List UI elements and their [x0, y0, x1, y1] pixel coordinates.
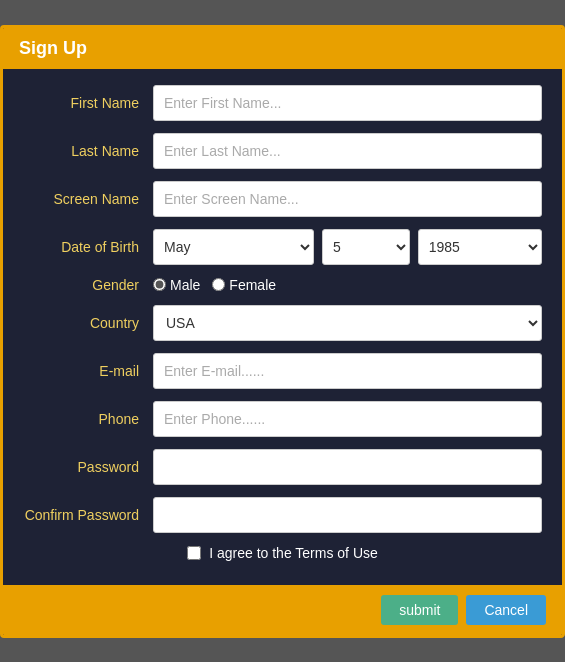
dob-row: Date of Birth JanuaryFebruaryMarchApril … [23, 229, 542, 265]
email-row: E-mail [23, 353, 542, 389]
gender-row: Gender Male Female [23, 277, 542, 293]
modal-footer: submit Cancel [3, 585, 562, 635]
password-row: Password [23, 449, 542, 485]
screen-name-label: Screen Name [23, 191, 153, 207]
gender-male-option[interactable]: Male [153, 277, 200, 293]
last-name-row: Last Name [23, 133, 542, 169]
country-label: Country [23, 315, 153, 331]
modal-body: First Name Last Name Screen Name Date of… [3, 69, 562, 585]
screen-name-row: Screen Name [23, 181, 542, 217]
screen-name-input[interactable] [153, 181, 542, 217]
submit-button[interactable]: submit [381, 595, 458, 625]
gender-female-label: Female [229, 277, 276, 293]
last-name-input[interactable] [153, 133, 542, 169]
confirm-password-input[interactable] [153, 497, 542, 533]
phone-row: Phone [23, 401, 542, 437]
confirm-password-label: Confirm Password [23, 507, 153, 523]
gender-male-label: Male [170, 277, 200, 293]
email-input[interactable] [153, 353, 542, 389]
dob-day-select[interactable]: 1234 5678 9101112 13141516 17181920 2122… [322, 229, 410, 265]
gender-male-radio[interactable] [153, 278, 166, 291]
dob-label: Date of Birth [23, 239, 153, 255]
first-name-label: First Name [23, 95, 153, 111]
dob-year-select[interactable]: 1980198119821983 1984198519861987 198819… [418, 229, 542, 265]
modal-title: Sign Up [19, 38, 87, 58]
terms-text: I agree to the Terms of Use [209, 545, 378, 561]
dob-month-select[interactable]: JanuaryFebruaryMarchApril MayJuneJulyAug… [153, 229, 314, 265]
email-label: E-mail [23, 363, 153, 379]
phone-input[interactable] [153, 401, 542, 437]
first-name-input[interactable] [153, 85, 542, 121]
country-select[interactable]: USA Canada UK Australia Germany France I… [153, 305, 542, 341]
dob-group: JanuaryFebruaryMarchApril MayJuneJulyAug… [153, 229, 542, 265]
terms-label[interactable]: I agree to the Terms of Use [187, 545, 378, 561]
gender-female-option[interactable]: Female [212, 277, 276, 293]
gender-label: Gender [23, 277, 153, 293]
modal-header: Sign Up [3, 28, 562, 69]
password-label: Password [23, 459, 153, 475]
gender-group: Male Female [153, 277, 542, 293]
confirm-password-row: Confirm Password [23, 497, 542, 533]
gender-female-radio[interactable] [212, 278, 225, 291]
phone-label: Phone [23, 411, 153, 427]
cancel-button[interactable]: Cancel [466, 595, 546, 625]
first-name-row: First Name [23, 85, 542, 121]
password-input[interactable] [153, 449, 542, 485]
terms-row: I agree to the Terms of Use [23, 545, 542, 561]
signup-modal: Sign Up First Name Last Name Screen Name… [0, 25, 565, 638]
terms-checkbox[interactable] [187, 546, 201, 560]
country-row: Country USA Canada UK Australia Germany … [23, 305, 542, 341]
last-name-label: Last Name [23, 143, 153, 159]
